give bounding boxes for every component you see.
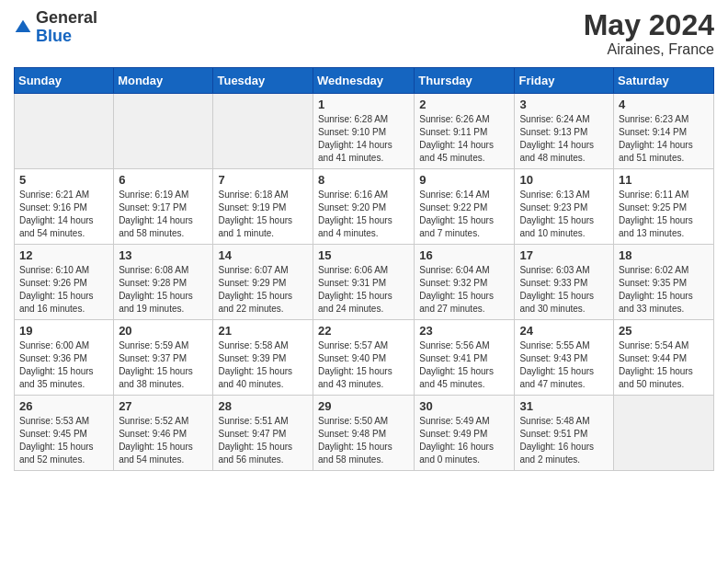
day-info: Sunrise: 5:53 AM Sunset: 9:45 PM Dayligh… [19, 415, 108, 466]
page: General Blue May 2024 Airaines, France S… [0, 0, 728, 563]
day-cell: 15Sunrise: 6:06 AM Sunset: 9:31 PM Dayli… [313, 245, 415, 320]
day-number: 18 [619, 248, 709, 262]
day-cell: 14Sunrise: 6:07 AM Sunset: 9:29 PM Dayli… [213, 245, 313, 320]
day-number: 7 [218, 173, 308, 187]
day-cell: 3Sunrise: 6:24 AM Sunset: 9:13 PM Daylig… [515, 94, 614, 169]
day-number: 28 [218, 399, 308, 413]
day-cell: 16Sunrise: 6:04 AM Sunset: 9:32 PM Dayli… [415, 245, 515, 320]
day-number: 27 [119, 399, 208, 413]
day-cell [614, 396, 714, 471]
day-number: 24 [519, 324, 609, 338]
day-cell: 24Sunrise: 5:55 AM Sunset: 9:43 PM Dayli… [515, 320, 614, 396]
day-info: Sunrise: 6:07 AM Sunset: 9:29 PM Dayligh… [218, 264, 308, 316]
title-block: May 2024 Airaines, France [584, 9, 714, 58]
day-info: Sunrise: 5:59 AM Sunset: 9:37 PM Dayligh… [119, 339, 208, 391]
week-row-3: 12Sunrise: 6:10 AM Sunset: 9:26 PM Dayli… [15, 245, 714, 320]
weekday-header-row: SundayMondayTuesdayWednesdayThursdayFrid… [15, 68, 714, 94]
weekday-header-wednesday: Wednesday [313, 68, 415, 94]
day-number: 6 [119, 173, 208, 187]
day-number: 16 [419, 248, 509, 262]
day-cell: 18Sunrise: 6:02 AM Sunset: 9:35 PM Dayli… [614, 245, 714, 320]
day-info: Sunrise: 6:10 AM Sunset: 9:26 PM Dayligh… [19, 264, 108, 316]
day-cell: 29Sunrise: 5:50 AM Sunset: 9:48 PM Dayli… [313, 396, 415, 471]
day-number: 3 [519, 98, 609, 111]
logo-blue: Blue [36, 27, 72, 45]
day-info: Sunrise: 6:26 AM Sunset: 9:11 PM Dayligh… [419, 113, 509, 165]
day-info: Sunrise: 6:21 AM Sunset: 9:16 PM Dayligh… [19, 189, 108, 240]
day-cell: 11Sunrise: 6:11 AM Sunset: 9:25 PM Dayli… [614, 169, 714, 245]
week-row-4: 19Sunrise: 6:00 AM Sunset: 9:36 PM Dayli… [15, 320, 714, 396]
day-number: 23 [419, 324, 509, 338]
weekday-header-thursday: Thursday [415, 68, 515, 94]
day-info: Sunrise: 6:19 AM Sunset: 9:17 PM Dayligh… [119, 189, 208, 240]
day-info: Sunrise: 6:06 AM Sunset: 9:31 PM Dayligh… [318, 264, 409, 316]
svg-marker-0 [16, 19, 31, 31]
day-info: Sunrise: 6:11 AM Sunset: 9:25 PM Dayligh… [619, 189, 709, 240]
logo-text: General Blue [36, 9, 97, 46]
week-row-1: 1Sunrise: 6:28 AM Sunset: 9:10 PM Daylig… [15, 94, 714, 169]
day-info: Sunrise: 6:08 AM Sunset: 9:28 PM Dayligh… [119, 264, 208, 316]
logo-icon [14, 18, 32, 37]
day-info: Sunrise: 5:51 AM Sunset: 9:47 PM Dayligh… [218, 415, 308, 466]
day-cell: 20Sunrise: 5:59 AM Sunset: 9:37 PM Dayli… [114, 320, 213, 396]
day-cell: 1Sunrise: 6:28 AM Sunset: 9:10 PM Daylig… [313, 94, 415, 169]
day-number: 5 [19, 173, 108, 187]
day-cell [213, 94, 313, 169]
day-number: 22 [318, 324, 409, 338]
day-number: 17 [519, 248, 609, 262]
weekday-header-tuesday: Tuesday [213, 68, 313, 94]
day-cell: 19Sunrise: 6:00 AM Sunset: 9:36 PM Dayli… [15, 320, 114, 396]
day-info: Sunrise: 5:50 AM Sunset: 9:48 PM Dayligh… [318, 415, 409, 466]
day-cell: 30Sunrise: 5:49 AM Sunset: 9:49 PM Dayli… [415, 396, 515, 471]
logo: General Blue [14, 9, 97, 46]
day-info: Sunrise: 5:52 AM Sunset: 9:46 PM Dayligh… [119, 415, 208, 466]
day-number: 29 [318, 399, 409, 413]
day-number: 15 [318, 248, 409, 262]
day-cell: 4Sunrise: 6:23 AM Sunset: 9:14 PM Daylig… [614, 94, 714, 169]
day-number: 2 [419, 98, 509, 111]
day-info: Sunrise: 5:49 AM Sunset: 9:49 PM Dayligh… [419, 415, 509, 466]
day-info: Sunrise: 6:02 AM Sunset: 9:35 PM Dayligh… [619, 264, 709, 316]
day-number: 12 [19, 248, 108, 262]
day-number: 20 [119, 324, 208, 338]
day-cell: 28Sunrise: 5:51 AM Sunset: 9:47 PM Dayli… [213, 396, 313, 471]
day-cell [114, 94, 213, 169]
day-cell: 26Sunrise: 5:53 AM Sunset: 9:45 PM Dayli… [15, 396, 114, 471]
day-number: 25 [619, 324, 709, 338]
day-cell: 25Sunrise: 5:54 AM Sunset: 9:44 PM Dayli… [614, 320, 714, 396]
weekday-header-saturday: Saturday [614, 68, 714, 94]
logo-general: General [36, 8, 97, 27]
day-info: Sunrise: 6:00 AM Sunset: 9:36 PM Dayligh… [19, 339, 108, 391]
day-info: Sunrise: 6:16 AM Sunset: 9:20 PM Dayligh… [318, 189, 409, 240]
day-cell: 21Sunrise: 5:58 AM Sunset: 9:39 PM Dayli… [213, 320, 313, 396]
day-cell: 7Sunrise: 6:18 AM Sunset: 9:19 PM Daylig… [213, 169, 313, 245]
day-number: 1 [318, 98, 409, 111]
day-number: 4 [619, 98, 709, 111]
weekday-header-sunday: Sunday [15, 68, 114, 94]
header: General Blue May 2024 Airaines, France [14, 9, 714, 58]
day-cell: 12Sunrise: 6:10 AM Sunset: 9:26 PM Dayli… [15, 245, 114, 320]
day-info: Sunrise: 5:54 AM Sunset: 9:44 PM Dayligh… [619, 339, 709, 391]
day-number: 31 [519, 399, 609, 413]
day-info: Sunrise: 6:03 AM Sunset: 9:33 PM Dayligh… [519, 264, 609, 316]
day-cell: 8Sunrise: 6:16 AM Sunset: 9:20 PM Daylig… [313, 169, 415, 245]
location: Airaines, France [584, 41, 714, 58]
day-cell: 31Sunrise: 5:48 AM Sunset: 9:51 PM Dayli… [515, 396, 614, 471]
day-cell: 2Sunrise: 6:26 AM Sunset: 9:11 PM Daylig… [415, 94, 515, 169]
day-number: 8 [318, 173, 409, 187]
day-info: Sunrise: 6:13 AM Sunset: 9:23 PM Dayligh… [519, 189, 609, 240]
day-cell: 13Sunrise: 6:08 AM Sunset: 9:28 PM Dayli… [114, 245, 213, 320]
day-number: 21 [218, 324, 308, 338]
month-year: May 2024 [584, 9, 714, 41]
week-row-5: 26Sunrise: 5:53 AM Sunset: 9:45 PM Dayli… [15, 396, 714, 471]
day-cell: 23Sunrise: 5:56 AM Sunset: 9:41 PM Dayli… [415, 320, 515, 396]
day-number: 9 [419, 173, 509, 187]
day-info: Sunrise: 6:23 AM Sunset: 9:14 PM Dayligh… [619, 113, 709, 165]
day-info: Sunrise: 6:28 AM Sunset: 9:10 PM Dayligh… [318, 113, 409, 165]
day-cell: 5Sunrise: 6:21 AM Sunset: 9:16 PM Daylig… [15, 169, 114, 245]
day-number: 11 [619, 173, 709, 187]
day-cell [15, 94, 114, 169]
day-info: Sunrise: 5:48 AM Sunset: 9:51 PM Dayligh… [519, 415, 609, 466]
day-cell: 10Sunrise: 6:13 AM Sunset: 9:23 PM Dayli… [515, 169, 614, 245]
day-number: 14 [218, 248, 308, 262]
